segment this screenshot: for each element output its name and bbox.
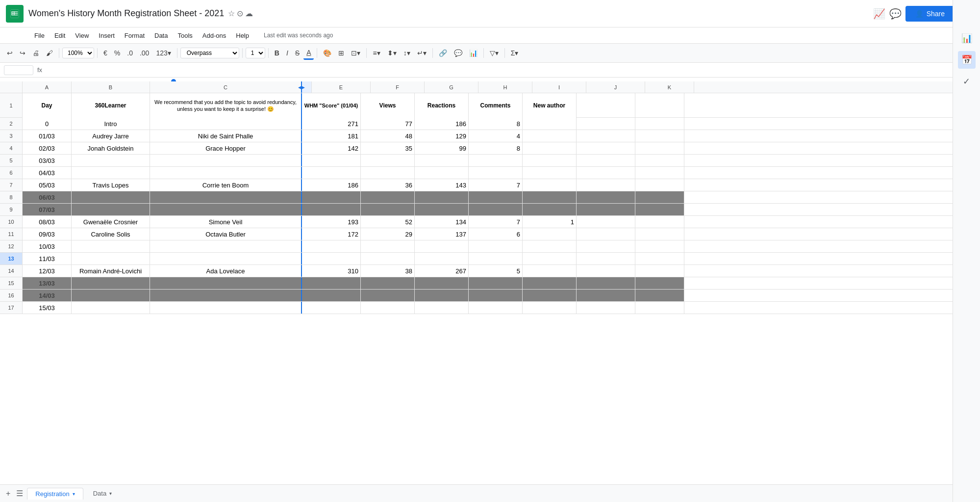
cell-g10[interactable]: 134 bbox=[415, 216, 469, 228]
cell-c10[interactable]: Simone Veil bbox=[150, 216, 302, 228]
cell-i4[interactable] bbox=[523, 142, 577, 154]
cell-c16[interactable] bbox=[150, 290, 302, 301]
cell-e12[interactable] bbox=[302, 240, 361, 252]
col-header-k[interactable]: K bbox=[645, 81, 694, 93]
cell-a16[interactable]: 14/03 bbox=[23, 290, 72, 301]
cell-e1[interactable]: WHM "Score" (01/04) bbox=[302, 93, 361, 118]
cell-f12[interactable] bbox=[361, 240, 415, 252]
link-button[interactable]: 🔗 bbox=[436, 47, 450, 59]
cell-k13[interactable] bbox=[635, 253, 684, 264]
cell-i13[interactable] bbox=[523, 253, 577, 264]
cell-g7[interactable]: 143 bbox=[415, 179, 469, 191]
menu-help[interactable]: Help bbox=[231, 30, 254, 41]
menu-view[interactable]: View bbox=[70, 30, 94, 41]
cell-i3[interactable] bbox=[523, 130, 577, 142]
cell-e7[interactable]: 186 bbox=[302, 179, 361, 191]
chart-icon[interactable]: 📈 bbox=[873, 8, 885, 20]
cell-c9[interactable] bbox=[150, 204, 302, 215]
percent-button[interactable]: % bbox=[111, 47, 123, 59]
cell-a1[interactable]: Day bbox=[23, 93, 72, 118]
cell-j1[interactable] bbox=[577, 93, 635, 118]
cell-c17[interactable] bbox=[150, 302, 302, 314]
star-icon[interactable]: ☆ bbox=[228, 9, 235, 18]
cell-i2[interactable] bbox=[523, 118, 577, 130]
cell-a9[interactable]: 07/03 bbox=[23, 204, 72, 215]
cell-h17[interactable] bbox=[469, 302, 523, 314]
cell-k6[interactable] bbox=[635, 167, 684, 179]
print-button[interactable]: 🖨 bbox=[29, 47, 42, 59]
cell-g5[interactable] bbox=[415, 155, 469, 166]
cell-k12[interactable] bbox=[635, 240, 684, 252]
cell-j17[interactable] bbox=[577, 302, 635, 314]
cell-g3[interactable]: 129 bbox=[415, 130, 469, 142]
cell-i17[interactable] bbox=[523, 302, 577, 314]
cell-k15[interactable] bbox=[635, 277, 684, 289]
currency-button[interactable]: € bbox=[101, 47, 110, 59]
cell-b6[interactable] bbox=[72, 167, 150, 179]
cell-c8[interactable] bbox=[150, 191, 302, 203]
cell-k1[interactable] bbox=[635, 93, 684, 118]
chart-btn[interactable]: 📊 bbox=[466, 47, 480, 59]
cell-b13[interactable] bbox=[72, 253, 150, 264]
cell-h6[interactable] bbox=[469, 167, 523, 179]
menu-addons[interactable]: Add-ons bbox=[198, 30, 231, 41]
cell-b10[interactable]: Gwenaële Crosnier bbox=[72, 216, 150, 228]
menu-tools[interactable]: Tools bbox=[173, 30, 197, 41]
borders-button[interactable]: ⊞ bbox=[335, 47, 347, 59]
fill-color-button[interactable]: 🎨 bbox=[320, 47, 334, 59]
cell-b5[interactable] bbox=[72, 155, 150, 166]
cell-b4[interactable]: Jonah Goldstein bbox=[72, 142, 150, 154]
cell-a17[interactable]: 15/03 bbox=[23, 302, 72, 314]
cell-k3[interactable] bbox=[635, 130, 684, 142]
cell-j8[interactable] bbox=[577, 191, 635, 203]
cell-f16[interactable] bbox=[361, 290, 415, 301]
sheet-list-button[interactable]: ☰ bbox=[14, 487, 25, 500]
cell-b3[interactable]: Audrey Jarre bbox=[72, 130, 150, 142]
cell-g12[interactable] bbox=[415, 240, 469, 252]
cell-g17[interactable] bbox=[415, 302, 469, 314]
col-header-g[interactable]: G bbox=[425, 81, 478, 93]
cell-i9[interactable] bbox=[523, 204, 577, 215]
cell-reference-input[interactable]: L13 bbox=[4, 65, 33, 75]
cell-c5[interactable] bbox=[150, 155, 302, 166]
sidebar-tasks-icon[interactable]: ✓ bbox=[958, 73, 976, 90]
col-header-c[interactable]: C ◀▶ bbox=[150, 81, 302, 93]
cell-e5[interactable] bbox=[302, 155, 361, 166]
cell-f11[interactable]: 29 bbox=[361, 228, 415, 240]
cell-j15[interactable] bbox=[577, 277, 635, 289]
cell-c12[interactable] bbox=[150, 240, 302, 252]
cell-h1[interactable]: Comments bbox=[469, 93, 523, 118]
cell-e4[interactable]: 142 bbox=[302, 142, 361, 154]
cell-g2[interactable]: 186 bbox=[415, 118, 469, 130]
text-wrap-button[interactable]: ↵▾ bbox=[414, 47, 429, 59]
col-header-i[interactable]: I bbox=[532, 81, 586, 93]
cell-j5[interactable] bbox=[577, 155, 635, 166]
format-number-button[interactable]: 123▾ bbox=[153, 47, 174, 59]
cell-b1[interactable]: 360Learner bbox=[72, 93, 150, 118]
cell-g16[interactable] bbox=[415, 290, 469, 301]
cell-k5[interactable] bbox=[635, 155, 684, 166]
cell-h13[interactable] bbox=[469, 253, 523, 264]
cell-c13[interactable] bbox=[150, 253, 302, 264]
cell-f9[interactable] bbox=[361, 204, 415, 215]
cell-b2[interactable]: Intro bbox=[72, 118, 150, 130]
cell-c1[interactable]: We recommend that you add the topic to a… bbox=[150, 93, 302, 118]
cell-a3[interactable]: 01/03 bbox=[23, 130, 72, 142]
cell-e9[interactable] bbox=[302, 204, 361, 215]
bold-button[interactable]: B bbox=[272, 47, 282, 59]
cell-b7[interactable]: Travis Lopes bbox=[72, 179, 150, 191]
cell-c3[interactable]: Niki de Saint Phalle bbox=[150, 130, 302, 142]
cell-b9[interactable] bbox=[72, 204, 150, 215]
font-size-selector[interactable]: 10 bbox=[246, 48, 265, 58]
cell-f17[interactable] bbox=[361, 302, 415, 314]
cell-a13[interactable]: 11/03 bbox=[23, 253, 72, 264]
cell-j9[interactable] bbox=[577, 204, 635, 215]
cell-f6[interactable] bbox=[361, 167, 415, 179]
cell-e3[interactable]: 181 bbox=[302, 130, 361, 142]
cell-e11[interactable]: 172 bbox=[302, 228, 361, 240]
merge-button[interactable]: ⊡▾ bbox=[348, 47, 363, 59]
cell-g1[interactable]: Reactions bbox=[415, 93, 469, 118]
menu-format[interactable]: Format bbox=[120, 30, 150, 41]
col-header-j[interactable]: J bbox=[586, 81, 645, 93]
cell-g15[interactable] bbox=[415, 277, 469, 289]
